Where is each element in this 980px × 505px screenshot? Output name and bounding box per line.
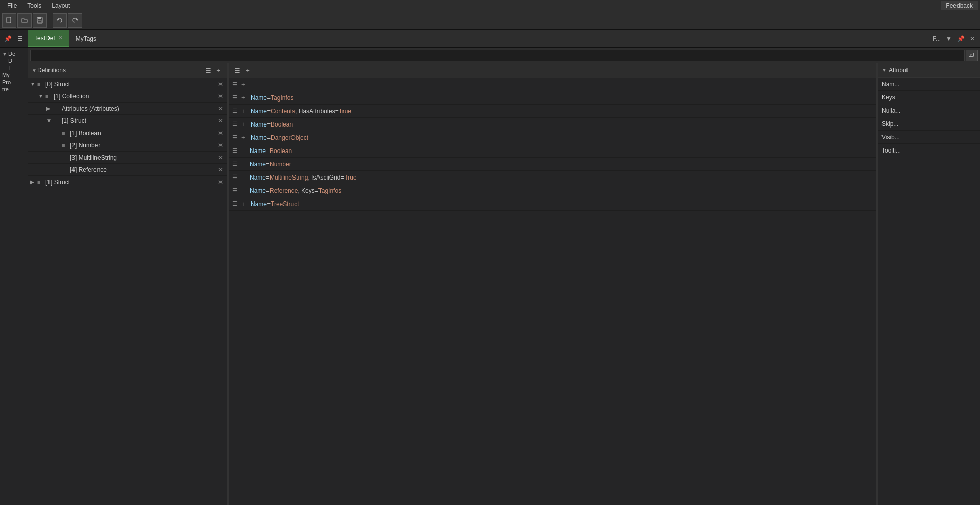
tree-row-number[interactable]: ≡ [2] Number ✕ bbox=[28, 139, 227, 152]
sidebar-item-de[interactable]: ▼ De bbox=[1, 50, 27, 57]
prop-row-number-attr[interactable]: ☰ Name=Number bbox=[229, 158, 876, 171]
undo-button[interactable] bbox=[53, 13, 67, 28]
menu-layout[interactable]: Layout bbox=[46, 1, 75, 10]
prop-add-1[interactable]: + bbox=[241, 94, 249, 102]
search-icon-button[interactable] bbox=[966, 50, 978, 61]
tree-row-boolean-1[interactable]: ≡ [1] Boolean ✕ bbox=[28, 127, 227, 139]
delete-attributes[interactable]: ✕ bbox=[216, 105, 225, 112]
tab-menu-dropdown[interactable]: F... bbox=[930, 34, 943, 43]
tab-close-all[interactable]: ✕ bbox=[968, 34, 977, 43]
tree-row-struct-1[interactable]: ≡ [1] Struct ✕ bbox=[28, 115, 227, 127]
props-add-button[interactable]: + bbox=[242, 65, 253, 75]
definitions-title: Definitions bbox=[37, 67, 203, 74]
sidebar-list-button[interactable]: ☰ bbox=[15, 34, 25, 44]
tree-row-struct-0[interactable]: ≡ [0] Struct ✕ bbox=[28, 78, 227, 90]
tab-pin-button[interactable]: 📌 bbox=[955, 34, 967, 43]
tree-row-attributes[interactable]: ≡ Attributes (Attributes) ✕ bbox=[28, 103, 227, 115]
tab-dropdown-arrow[interactable]: ▼ bbox=[944, 34, 954, 43]
definitions-tree: ≡ [0] Struct ✕ ≡ [1] Collection ✕ bbox=[28, 78, 227, 505]
attr-row-skip[interactable]: Skip... bbox=[878, 117, 980, 131]
sidebar-item-my[interactable]: My bbox=[1, 71, 27, 79]
open-button[interactable] bbox=[17, 13, 32, 28]
expand-icon-collection bbox=[38, 93, 44, 99]
prop-text-2: Name=Contents, HasAttributes=True bbox=[251, 108, 873, 115]
attr-label-name: Nam... bbox=[881, 81, 899, 88]
definitions-pane-header: Definitions ☰ + bbox=[28, 63, 227, 78]
attr-label-nullable: Nulla... bbox=[881, 107, 900, 114]
expand-icon-attributes bbox=[46, 106, 53, 111]
props-menu-button[interactable]: ☰ bbox=[232, 65, 242, 75]
sidebar-top-nav: 📌 ☰ bbox=[0, 30, 28, 48]
delete-struct-1[interactable]: ✕ bbox=[216, 117, 225, 124]
prop-add-3[interactable]: + bbox=[241, 120, 249, 128]
prop-row-dangerobject[interactable]: ☰ + Name=DangerObject bbox=[229, 131, 876, 144]
feedback-button[interactable]: Feedback bbox=[941, 1, 978, 10]
save-button[interactable] bbox=[33, 13, 47, 28]
attr-panel-expand-icon: ▼ bbox=[881, 67, 887, 73]
prop-add-9[interactable]: + bbox=[241, 200, 249, 208]
tab-testdef[interactable]: TestDef ✕ bbox=[28, 30, 69, 47]
tab-mytags[interactable]: MyTags bbox=[69, 30, 103, 47]
sidebar-item-label: De bbox=[8, 50, 15, 57]
sidebar-pin-button[interactable]: 📌 bbox=[3, 34, 13, 44]
prop-row-multilinestring-attr[interactable]: ☰ Name=MultilineString, IsAsciiGrid=True bbox=[229, 171, 876, 184]
tree-row-struct-top-1[interactable]: ≡ [1] Struct ✕ bbox=[28, 176, 227, 188]
new-button[interactable] bbox=[2, 13, 16, 28]
prop-row-contents[interactable]: ☰ + Name=Contents, HasAttributes=True bbox=[229, 105, 876, 118]
tab-bar-spacer bbox=[103, 30, 927, 47]
menu-file[interactable]: File bbox=[2, 1, 22, 10]
definitions-menu-button[interactable]: ☰ bbox=[203, 65, 213, 75]
svg-rect-0 bbox=[7, 17, 11, 23]
attr-row-tooltip[interactable]: Toolti... bbox=[878, 144, 980, 157]
prop-add-4[interactable]: + bbox=[241, 134, 249, 141]
prop-row-taginfos[interactable]: ☰ + Name=TagInfos bbox=[229, 91, 876, 105]
sidebar-item-tre[interactable]: tre bbox=[1, 86, 27, 93]
attr-row-keys[interactable]: Keys bbox=[878, 91, 980, 104]
prop-add-2[interactable]: + bbox=[241, 107, 249, 115]
sidebar-item-d[interactable]: D bbox=[1, 57, 27, 64]
tabs-and-content: TestDef ✕ MyTags F... ▼ 📌 ✕ bbox=[28, 30, 980, 505]
sidebar-item-pro[interactable]: Pro bbox=[1, 79, 27, 86]
delete-multilinestring[interactable]: ✕ bbox=[216, 154, 225, 161]
tab-testdef-close[interactable]: ✕ bbox=[58, 35, 63, 41]
delete-reference[interactable]: ✕ bbox=[216, 166, 225, 173]
tree-row-collection[interactable]: ≡ [1] Collection ✕ bbox=[28, 90, 227, 103]
svg-rect-4 bbox=[38, 21, 42, 23]
tree-row-multilinestring[interactable]: ≡ [3] MultilineString ✕ bbox=[28, 152, 227, 164]
attr-panel-title: Attribut bbox=[889, 67, 908, 74]
prop-text-7: Name=MultilineString, IsAsciiGrid=True bbox=[241, 174, 873, 181]
lines-icon-multilinestring: ≡ bbox=[62, 155, 69, 161]
search-input[interactable] bbox=[30, 50, 965, 61]
delete-boolean-1[interactable]: ✕ bbox=[216, 130, 225, 137]
delete-collection[interactable]: ✕ bbox=[216, 93, 225, 100]
lines-icon-boolean-1: ≡ bbox=[62, 130, 69, 136]
attr-row-name[interactable]: Nam... bbox=[878, 78, 980, 91]
delete-number[interactable]: ✕ bbox=[216, 142, 225, 149]
tree-label-attributes: Attributes (Attributes) bbox=[62, 105, 215, 112]
delete-struct-top-1[interactable]: ✕ bbox=[216, 179, 225, 186]
prop-row-header[interactable]: ☰ + bbox=[229, 78, 876, 91]
definitions-pane: Definitions ☰ + ≡ [0] Struct ✕ bbox=[28, 63, 227, 505]
toolbar-separator-1 bbox=[50, 14, 50, 27]
attr-row-visible[interactable]: Visib... bbox=[878, 131, 980, 144]
sidebar-item-t[interactable]: T bbox=[1, 64, 27, 71]
tree-row-reference[interactable]: ≡ [4] Reference ✕ bbox=[28, 164, 227, 176]
prop-row-reference-attr[interactable]: ☰ Name=Reference, Keys=TagInfos bbox=[229, 184, 876, 197]
prop-row-boolean-attr[interactable]: ☰ + Name=Boolean bbox=[229, 118, 876, 131]
redo-button[interactable] bbox=[68, 13, 82, 28]
prop-icon-2: ☰ bbox=[232, 108, 239, 114]
delete-struct-0[interactable]: ✕ bbox=[216, 81, 225, 88]
sidebar-item-t-label: T bbox=[8, 65, 12, 71]
prop-row-treestruct[interactable]: ☰ + Name=TreeStruct bbox=[229, 197, 876, 211]
lines-icon-reference: ≡ bbox=[62, 167, 69, 173]
attr-row-nullable[interactable]: Nulla... bbox=[878, 104, 980, 117]
toolbar bbox=[0, 11, 980, 30]
prop-row-boolean-2[interactable]: ☰ Name=Boolean bbox=[229, 144, 876, 158]
prop-add-0[interactable]: + bbox=[241, 81, 249, 88]
lines-icon-number: ≡ bbox=[62, 142, 69, 148]
tab-testdef-label: TestDef bbox=[34, 35, 55, 42]
definitions-expand-icon[interactable] bbox=[31, 65, 37, 75]
definitions-add-button[interactable]: + bbox=[213, 65, 224, 75]
menu-tools[interactable]: Tools bbox=[22, 1, 46, 10]
attr-panel-header: ▼ Attribut bbox=[878, 63, 980, 78]
